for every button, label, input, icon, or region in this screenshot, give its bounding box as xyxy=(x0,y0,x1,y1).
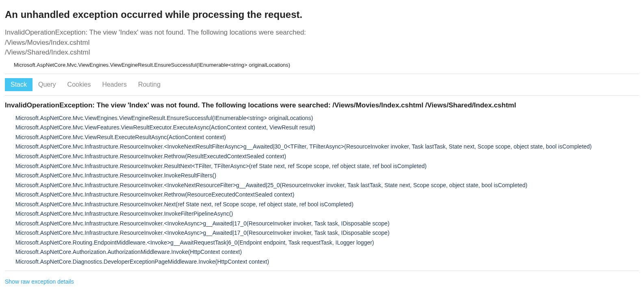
stack-frame[interactable]: Microsoft.AspNetCore.Mvc.ViewFeatures.Vi… xyxy=(15,123,639,133)
tab-query[interactable]: Query xyxy=(33,78,62,91)
stack-frame[interactable]: Microsoft.AspNetCore.Mvc.Infrastructure.… xyxy=(15,200,639,210)
stack-frame[interactable]: Microsoft.AspNetCore.Mvc.ViewEngines.Vie… xyxy=(15,114,639,123)
stack-frame[interactable]: Microsoft.AspNetCore.Mvc.Infrastructure.… xyxy=(15,209,639,219)
top-stack-frame: Microsoft.AspNetCore.Mvc.ViewEngines.Vie… xyxy=(14,62,639,68)
stack-frame-list: Microsoft.AspNetCore.Mvc.ViewEngines.Vie… xyxy=(5,114,639,267)
stack-frame[interactable]: Microsoft.AspNetCore.Mvc.Infrastructure.… xyxy=(15,162,639,171)
exception-summary: InvalidOperationException: The view 'Ind… xyxy=(5,28,639,58)
stack-frame[interactable]: Microsoft.AspNetCore.Mvc.Infrastructure.… xyxy=(15,171,639,181)
tab-bar: Stack Query Cookies Headers Routing xyxy=(5,78,639,91)
stack-frame[interactable]: Microsoft.AspNetCore.Mvc.Infrastructure.… xyxy=(15,152,639,162)
page-title: An unhandled exception occurred while pr… xyxy=(5,9,639,20)
stack-frame[interactable]: Microsoft.AspNetCore.Mvc.Infrastructure.… xyxy=(15,219,639,229)
stack-frame[interactable]: Microsoft.AspNetCore.Diagnostics.Develop… xyxy=(15,257,639,267)
stack-frame[interactable]: Microsoft.AspNetCore.Mvc.Infrastructure.… xyxy=(15,181,639,190)
stack-frame[interactable]: Microsoft.AspNetCore.Authorization.Autho… xyxy=(15,247,639,257)
tab-stack[interactable]: Stack xyxy=(5,78,33,91)
divider xyxy=(5,95,639,96)
stack-frame[interactable]: Microsoft.AspNetCore.Routing.EndpointMid… xyxy=(15,238,639,248)
divider xyxy=(5,271,639,271)
stack-exception-heading: InvalidOperationException: The view 'Ind… xyxy=(5,101,639,109)
stack-frame[interactable]: Microsoft.AspNetCore.Mvc.Infrastructure.… xyxy=(15,142,639,152)
stack-frame[interactable]: Microsoft.AspNetCore.Mvc.Infrastructure.… xyxy=(15,228,639,238)
show-raw-exception-link[interactable]: Show raw exception details xyxy=(5,278,74,285)
stack-frame[interactable]: Microsoft.AspNetCore.Mvc.ViewResult.Exec… xyxy=(15,133,639,142)
divider xyxy=(5,74,639,74)
tab-routing[interactable]: Routing xyxy=(132,78,166,91)
tab-cookies[interactable]: Cookies xyxy=(62,78,97,91)
stack-frame[interactable]: Microsoft.AspNetCore.Mvc.Infrastructure.… xyxy=(15,190,639,200)
tab-headers[interactable]: Headers xyxy=(96,78,132,91)
